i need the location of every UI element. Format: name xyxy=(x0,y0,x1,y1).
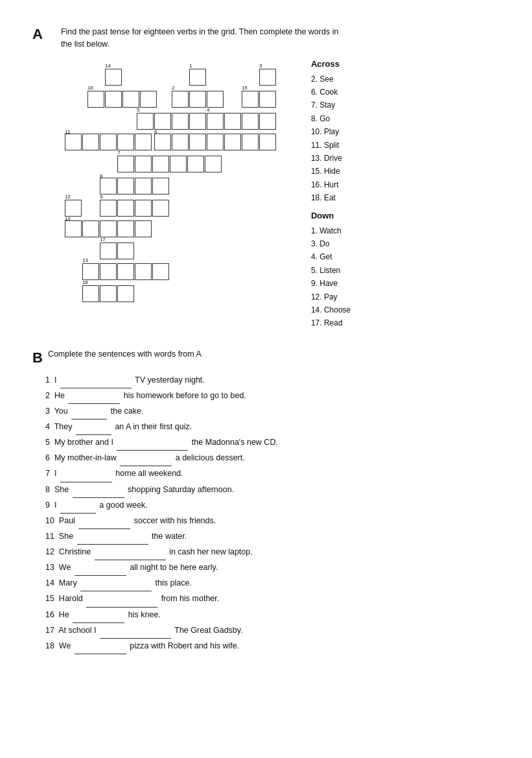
cell-8-1 xyxy=(100,178,117,195)
clue-num-13: 13 xyxy=(82,258,88,263)
cell-11-3 xyxy=(100,134,117,150)
blank-6[interactable] xyxy=(120,451,172,466)
cell-11-4 xyxy=(117,134,134,150)
blank-4[interactable] xyxy=(76,420,111,435)
blank-13[interactable] xyxy=(75,560,126,576)
sentence-8: 8 She shopping Saturday afternoon. xyxy=(45,482,500,498)
cell-6-4 xyxy=(207,134,224,150)
blank-15[interactable] xyxy=(86,591,157,607)
cell-2-3 xyxy=(207,91,224,108)
cell-8-4 xyxy=(152,178,169,195)
cell-11-5 xyxy=(135,134,152,150)
sentence-2: 2 He his homework before to go to bed. xyxy=(45,388,500,404)
clue-num-4: 4 xyxy=(207,108,209,113)
cell-18-1 xyxy=(82,285,99,302)
blank-11[interactable] xyxy=(77,529,148,545)
cell-6-6 xyxy=(242,134,259,150)
clue-num-9: 9 xyxy=(100,195,102,200)
cell-18-2 xyxy=(100,285,117,302)
cell-5-3 xyxy=(172,113,189,130)
cell-9-2 xyxy=(117,200,134,217)
blank-5[interactable] xyxy=(117,435,188,451)
blank-2[interactable] xyxy=(68,388,120,404)
sentence-15: 15 Harold from his mother. xyxy=(45,591,500,607)
blank-12[interactable] xyxy=(95,545,166,560)
clue-across-2: 2. See xyxy=(311,73,382,86)
clue-across-6: 6. Cook xyxy=(311,86,382,99)
clue-across-8: 8. Go xyxy=(311,112,382,125)
cell-16-1 xyxy=(87,91,104,108)
cell-6-7 xyxy=(259,134,276,150)
blank-1[interactable] xyxy=(60,373,132,388)
cell-13-4 xyxy=(135,263,152,280)
cell-2-2 xyxy=(189,91,206,108)
section-a-content: Find the past tense for eighteen verbs i… xyxy=(61,26,500,330)
clue-down-9: 9. Have xyxy=(311,277,382,290)
cell-10-5 xyxy=(135,220,152,237)
cell-9-4 xyxy=(152,200,169,217)
clue-down-4: 4. Get xyxy=(311,250,382,263)
clue-num-1: 1 xyxy=(189,64,192,69)
cell-4-1 xyxy=(207,113,224,130)
cell-9-3 xyxy=(135,200,152,217)
blank-17[interactable] xyxy=(100,623,171,639)
clue-down-5: 5. Listen xyxy=(311,264,382,277)
clue-num-12: 12 xyxy=(65,195,71,200)
clue-num-7: 7 xyxy=(117,150,120,156)
cell-13-3 xyxy=(117,263,134,280)
cell-5-1 xyxy=(137,113,154,130)
sentences-list: 1 I TV yesterday night. 2 He his homewor… xyxy=(32,373,500,654)
sentence-1: 1 I TV yesterday night. xyxy=(45,373,500,388)
cell-4-2 xyxy=(224,113,241,130)
sentence-9: 9 I a good week. xyxy=(45,498,500,514)
sentence-17: 17 At school I The Great Gadsby. xyxy=(45,623,500,639)
clue-num-15: 15 xyxy=(242,86,248,91)
blank-14[interactable] xyxy=(80,576,152,591)
cell-6-1 xyxy=(154,134,171,150)
blank-7[interactable] xyxy=(60,466,112,482)
crossword-clues: Across 2. See 6. Cook 7. Stay 8. Go 10. … xyxy=(311,57,382,330)
cell-15-1 xyxy=(242,91,259,108)
blank-10[interactable] xyxy=(78,514,130,529)
clue-across-10: 10. Play xyxy=(311,125,382,138)
cell-16-3 xyxy=(122,91,139,108)
blank-18[interactable] xyxy=(75,639,126,654)
cell-7-3 xyxy=(152,156,169,172)
cell-14-1 xyxy=(105,69,122,86)
down-title: Down xyxy=(311,209,382,223)
section-a-label: A xyxy=(32,26,43,330)
clue-num-3: 3 xyxy=(259,64,262,69)
sentence-18: 18 We pizza with Robert and his wife. xyxy=(45,639,500,654)
blank-3[interactable] xyxy=(71,404,107,420)
cell-8-3 xyxy=(135,178,152,195)
cell-7-2 xyxy=(135,156,152,172)
sentence-7: 7 I home all weekend. xyxy=(45,466,500,482)
cell-10-1 xyxy=(65,220,82,237)
clue-down-17: 17. Read xyxy=(311,316,382,329)
cell-9-1 xyxy=(100,200,117,217)
blank-9[interactable] xyxy=(60,498,96,514)
down-clues: 1. Watch 3. Do 4. Get 5. Listen 9. Have … xyxy=(311,224,382,330)
cell-3-1 xyxy=(259,69,276,86)
sentence-16: 16 He his knee. xyxy=(45,608,500,623)
sentence-11: 11 She the water. xyxy=(45,529,500,545)
cell-10-4 xyxy=(117,220,134,237)
section-a-instructions: Find the past tense for eighteen verbs i… xyxy=(61,26,500,51)
blank-16[interactable] xyxy=(73,608,124,623)
cell-15-2 xyxy=(259,91,276,108)
clue-across-13: 13. Drive xyxy=(311,152,382,165)
cell-18-3 xyxy=(117,285,134,302)
clue-across-15: 15. Hide xyxy=(311,165,382,178)
clue-num-5: 5 xyxy=(137,108,139,113)
cell-6-2 xyxy=(172,134,189,150)
cell-5-2 xyxy=(154,113,171,130)
sentence-5: 5 My brother and I the Madonna's new CD. xyxy=(45,435,500,451)
cell-13-5 xyxy=(152,263,169,280)
section-b-label: B xyxy=(32,349,43,366)
sentence-4: 4 They an A in their first quiz. xyxy=(45,420,500,435)
blank-8[interactable] xyxy=(73,482,124,498)
cell-8-2 xyxy=(117,178,134,195)
cell-6-5 xyxy=(224,134,241,150)
cell-13-2 xyxy=(100,263,117,280)
clue-down-3: 3. Do xyxy=(311,237,382,250)
